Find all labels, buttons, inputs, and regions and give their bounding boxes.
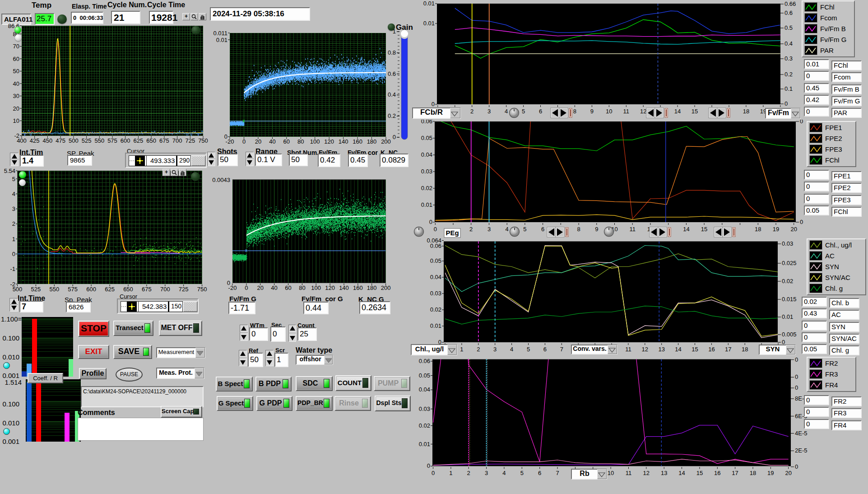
svg-text:400: 400 [17,137,27,144]
svg-text:0.04: 0.04 [421,151,432,158]
svg-text:2: 2 [470,108,473,115]
svg-text:12: 12 [642,346,648,353]
svg-text:0.05: 0.05 [419,372,430,379]
svg-text:0.01: 0.01 [430,322,441,329]
svg-text:725: 725 [179,286,189,293]
svg-text:-20: -20 [226,138,234,145]
svg-text:2: 2 [477,346,480,353]
svg-text:0.2: 0.2 [388,112,396,119]
svg-text:0.025: 0.025 [782,260,797,266]
svg-text:625: 625 [105,286,115,293]
svg-text:0.005: 0.005 [782,331,797,338]
svg-text:0: 0 [432,470,435,476]
svg-text:160: 160 [353,284,363,291]
svg-text:-20: -20 [228,284,237,291]
svg-text:4E-5: 4E-5 [795,430,807,437]
svg-text:100: 100 [311,284,321,291]
svg-text:0.04: 0.04 [430,274,441,280]
svg-text:2: 2 [469,226,473,233]
svg-text:450: 450 [43,137,53,144]
svg-text:180: 180 [367,138,377,145]
svg-text:40: 40 [13,80,19,87]
svg-text:0: 0 [429,219,432,225]
svg-text:0.0043: 0.0043 [212,177,230,183]
svg-text:160: 160 [353,138,362,145]
svg-text:0.6: 0.6 [388,70,396,77]
svg-text:20: 20 [785,470,791,476]
svg-text:13: 13 [658,346,664,353]
svg-text:13: 13 [661,470,667,476]
svg-text:0.03: 0.03 [782,240,793,247]
svg-text:700: 700 [160,286,170,293]
svg-text:650: 650 [146,137,156,144]
svg-text:14: 14 [683,226,689,233]
svg-text:0: 0 [245,284,248,291]
svg-text:8: 8 [573,108,576,115]
svg-text:11: 11 [629,226,636,233]
svg-text:15: 15 [692,108,698,115]
svg-text:0.5: 0.5 [784,24,793,31]
svg-text:4: 4 [506,226,509,233]
svg-text:0: 0 [795,463,798,470]
svg-text:6: 6 [538,470,541,476]
svg-text:0: 0 [800,120,803,125]
svg-text:0.4: 0.4 [784,40,793,47]
svg-text:18: 18 [743,108,749,115]
svg-text:2: 2 [12,220,15,227]
svg-text:15: 15 [692,346,698,353]
svg-text:0.4: 0.4 [388,91,396,98]
svg-text:6: 6 [541,226,544,233]
svg-text:15: 15 [696,470,703,476]
svg-text:200: 200 [381,284,391,291]
svg-text:0.06: 0.06 [419,358,430,364]
svg-text:19: 19 [773,226,779,233]
svg-text:14: 14 [675,346,681,353]
svg-text:0.01: 0.01 [423,0,435,7]
svg-text:700: 700 [172,137,182,144]
svg-text:0.06: 0.06 [430,242,441,249]
svg-text:18: 18 [755,226,761,233]
svg-text:14: 14 [678,470,685,476]
svg-text:8: 8 [577,226,580,233]
svg-text:525: 525 [31,286,41,293]
svg-text:140: 140 [339,284,349,291]
svg-text:5: 5 [520,470,524,476]
svg-text:15: 15 [701,226,707,233]
svg-text:120: 120 [325,284,335,291]
svg-text:0: 0 [12,251,15,257]
svg-text:180: 180 [367,284,377,291]
svg-text:2: 2 [467,470,470,476]
svg-text:3: 3 [487,108,491,115]
svg-text:0: 0 [784,100,788,107]
svg-text:750: 750 [198,137,208,144]
svg-text:0.1: 0.1 [784,85,793,92]
svg-text:625: 625 [134,137,144,144]
svg-text:650: 650 [123,286,133,293]
svg-text:16: 16 [714,470,720,476]
svg-text:0: 0 [800,219,803,225]
svg-text:750: 750 [197,286,207,293]
svg-text:0.01: 0.01 [421,201,432,208]
svg-text:60: 60 [13,56,19,62]
svg-text:0.01: 0.01 [216,37,227,43]
svg-text:9: 9 [590,108,594,115]
svg-text:0.03: 0.03 [430,290,441,297]
svg-text:x: x [243,118,245,123]
svg-text:0.03: 0.03 [421,168,432,175]
svg-text:0.6: 0.6 [784,9,793,16]
svg-text:5: 5 [523,226,526,233]
svg-text:20: 20 [257,284,263,291]
svg-text:575: 575 [68,286,78,293]
svg-text:20: 20 [255,138,261,145]
svg-text:PEg: PEg [446,229,459,237]
svg-text:4: 4 [510,346,513,353]
svg-text:0.8: 0.8 [388,49,396,56]
svg-text:10: 10 [606,108,612,115]
svg-text:0.02: 0.02 [782,278,793,284]
svg-text:0.011: 0.011 [213,30,227,37]
svg-text:725: 725 [185,137,195,144]
svg-text:18: 18 [750,470,756,476]
svg-text:-1: -1 [10,266,15,272]
svg-text:200: 200 [381,138,391,145]
svg-text:0.02: 0.02 [430,306,441,313]
